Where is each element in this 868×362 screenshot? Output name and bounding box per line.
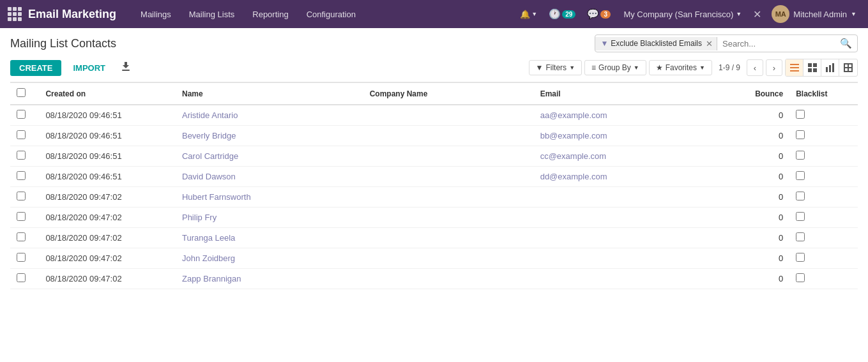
cell-blacklist[interactable] [789, 248, 858, 269]
cell-company [363, 207, 534, 228]
col-header-blacklist[interactable]: Blacklist [789, 83, 858, 105]
col-header-company[interactable]: Company Name [363, 83, 534, 105]
cell-name[interactable]: Turanga Leela [176, 228, 363, 248]
list-view-button[interactable] [786, 59, 803, 76]
apps-icon[interactable] [8, 7, 22, 21]
close-icon[interactable]: ✕ [750, 8, 764, 20]
row-checkbox[interactable] [17, 273, 26, 282]
name-link[interactable]: Turanga Leela [182, 233, 235, 243]
cell-blacklist[interactable] [789, 269, 858, 289]
cell-name[interactable]: John Zoidberg [176, 248, 363, 269]
bar-view-button[interactable] [821, 59, 839, 76]
email-link[interactable]: cc@example.com [540, 151, 607, 161]
row-checkbox[interactable] [17, 253, 26, 262]
name-link[interactable]: John Zoidberg [182, 253, 235, 263]
user-menu[interactable]: MA Mitchell Admin ▼ [768, 5, 860, 23]
cell-email[interactable] [534, 207, 722, 228]
cell-blacklist[interactable] [789, 228, 858, 248]
search-input[interactable] [717, 36, 835, 51]
cell-name[interactable]: Zapp Brannigan [176, 269, 363, 289]
cell-blacklist[interactable] [789, 146, 858, 167]
table-row: 08/18/2020 09:47:02Zapp Brannigan0 [10, 269, 858, 289]
blacklist-checkbox[interactable] [796, 273, 805, 282]
row-checkbox[interactable] [17, 151, 26, 160]
messages-btn[interactable]: 💬 3 [583, 6, 614, 22]
menu-mailing-lists[interactable]: Mailing Lists [180, 0, 244, 28]
menu-reporting[interactable]: Reporting [243, 0, 297, 28]
row-checkbox[interactable] [17, 232, 26, 241]
cell-bounce: 0 [721, 126, 789, 146]
row-checkbox[interactable] [17, 110, 26, 119]
cell-email[interactable] [534, 228, 722, 248]
cell-email[interactable]: cc@example.com [534, 146, 722, 167]
email-link[interactable]: aa@example.com [540, 110, 607, 120]
groupby-icon: ≡ [591, 63, 596, 72]
blacklist-checkbox[interactable] [796, 232, 805, 241]
email-link[interactable]: bb@example.com [540, 131, 607, 140]
name-link[interactable]: David Dawson [182, 172, 236, 181]
name-link[interactable]: Zapp Brannigan [182, 274, 241, 283]
name-link[interactable]: Aristide Antario [182, 110, 238, 120]
cell-name[interactable]: Carol Cartridge [176, 146, 363, 167]
blacklist-checkbox[interactable] [796, 253, 805, 262]
cell-blacklist[interactable] [789, 105, 858, 126]
cell-email[interactable]: aa@example.com [534, 105, 722, 126]
cell-blacklist[interactable] [789, 187, 858, 207]
row-checkbox[interactable] [17, 171, 26, 180]
cell-email[interactable] [534, 187, 722, 207]
row-checkbox[interactable] [17, 192, 26, 200]
cell-created: 08/18/2020 09:47:02 [39, 248, 176, 269]
cell-blacklist[interactable] [789, 207, 858, 228]
blacklist-checkbox[interactable] [796, 171, 805, 180]
clock-icon: 🕐 [549, 8, 561, 20]
col-header-bounce[interactable]: Bounce [721, 83, 789, 105]
blacklist-checkbox[interactable] [796, 212, 805, 221]
groupby-button[interactable]: ≡ Group By ▼ [584, 60, 646, 75]
chevron-down-icon: ▼ [699, 64, 705, 71]
pivot-view-button[interactable] [839, 59, 857, 76]
filters-button[interactable]: ▼ Filters ▼ [529, 60, 582, 75]
filter-remove-icon[interactable]: ✕ [706, 39, 713, 49]
download-button[interactable] [117, 59, 135, 77]
cell-email[interactable]: bb@example.com [534, 126, 722, 146]
cell-email[interactable]: dd@example.com [534, 167, 722, 187]
search-button[interactable]: 🔍 [835, 35, 857, 52]
col-header-created[interactable]: Created on [39, 83, 176, 105]
name-link[interactable]: Philip Fry [182, 213, 217, 222]
import-button[interactable]: IMPORT [66, 60, 112, 76]
cell-name[interactable]: Philip Fry [176, 207, 363, 228]
menu-mailings[interactable]: Mailings [132, 0, 180, 28]
cell-blacklist[interactable] [789, 167, 858, 187]
row-checkbox[interactable] [17, 130, 26, 139]
name-link[interactable]: Hubert Farnsworth [182, 192, 251, 202]
bar-chart-icon [826, 63, 835, 72]
prev-page-button[interactable]: ‹ [747, 59, 763, 76]
company-selector[interactable]: My Company (San Francisco) ▼ [618, 10, 747, 19]
notifications-btn[interactable]: 🔔 ▼ [516, 7, 541, 22]
blacklist-checkbox[interactable] [796, 110, 805, 119]
cell-name[interactable]: Aristide Antario [176, 105, 363, 126]
cell-name[interactable]: Hubert Farnsworth [176, 187, 363, 207]
cell-blacklist[interactable] [789, 126, 858, 146]
email-link[interactable]: dd@example.com [540, 172, 607, 181]
kanban-view-button[interactable] [803, 59, 821, 76]
menu-configuration[interactable]: Configuration [298, 0, 365, 28]
create-button[interactable]: CREATE [10, 60, 61, 76]
row-checkbox[interactable] [17, 212, 26, 221]
name-link[interactable]: Beverly Bridge [182, 131, 236, 140]
col-header-name[interactable]: Name [176, 83, 363, 105]
cell-name[interactable]: Beverly Bridge [176, 126, 363, 146]
cell-name[interactable]: David Dawson [176, 167, 363, 187]
blacklist-checkbox[interactable] [796, 130, 805, 139]
activities-btn[interactable]: 🕐 29 [545, 6, 579, 22]
cell-email[interactable] [534, 269, 722, 289]
cell-bounce: 0 [721, 105, 789, 126]
favorites-button[interactable]: ★ Favorites ▼ [649, 60, 712, 75]
next-page-button[interactable]: › [766, 59, 782, 76]
blacklist-checkbox[interactable] [796, 192, 805, 200]
name-link[interactable]: Carol Cartridge [182, 151, 238, 161]
select-all-checkbox[interactable] [17, 88, 26, 97]
blacklist-checkbox[interactable] [796, 151, 805, 160]
col-header-email[interactable]: Email [534, 83, 722, 105]
cell-email[interactable] [534, 248, 722, 269]
